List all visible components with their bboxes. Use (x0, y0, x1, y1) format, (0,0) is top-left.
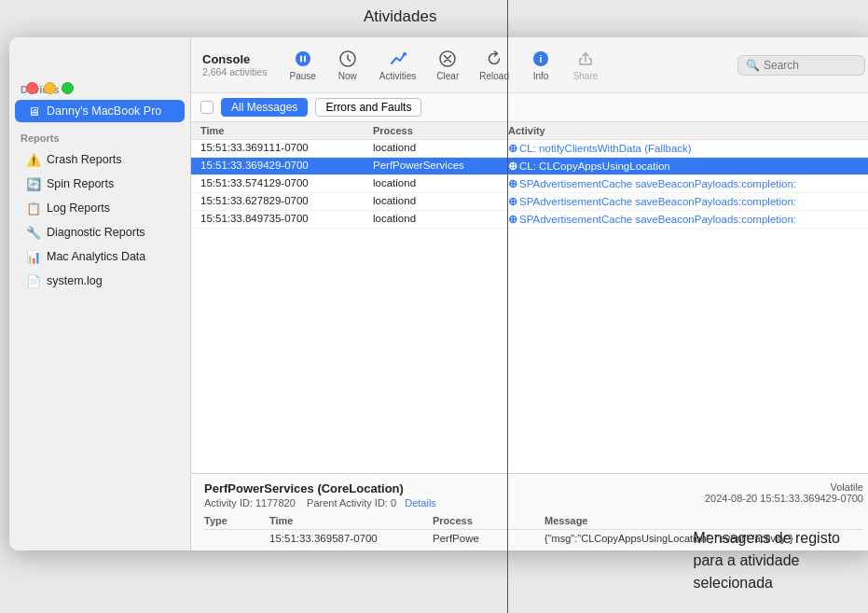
row-time: 15:51:33.574129-0700 (200, 177, 373, 190)
activities-icon (388, 49, 408, 69)
clear-button[interactable]: Clear (427, 45, 468, 85)
info-label: Info (533, 71, 549, 81)
sidebar-item-log-reports[interactable]: 📋 Log Reports (15, 197, 185, 219)
mac-analytics-icon: 📊 (26, 249, 41, 264)
col-process-header: Process (373, 125, 508, 136)
now-button[interactable]: Now (327, 45, 368, 85)
system-log-label: system.log (47, 274, 103, 287)
all-messages-button[interactable]: All Messages (221, 98, 308, 117)
log-reports-icon: 📋 (26, 201, 41, 216)
detail-header: PerfPowerServices (CoreLocation) Activit… (204, 481, 863, 509)
detail-left: PerfPowerServices (CoreLocation) Activit… (204, 481, 436, 509)
sub-col-message: Message (544, 515, 863, 526)
share-button[interactable]: Share (565, 45, 606, 85)
table-row[interactable]: 15:51:33.574129-0700 locationd ⊕SPAdvert… (191, 175, 868, 193)
reports-section-label: Reports (9, 123, 190, 147)
col-activity-header: Activity (508, 125, 867, 136)
svg-point-0 (296, 51, 310, 66)
pause-icon (293, 49, 313, 69)
pause-label: Pause (289, 71, 315, 81)
svg-text:i: i (539, 53, 542, 64)
sidebar-item-device[interactable]: 🖥 Danny's MacBook Pro (15, 100, 185, 122)
reload-button[interactable]: Reload (472, 45, 517, 85)
crash-reports-label: Crash Reports (47, 153, 122, 166)
maximize-button[interactable] (62, 82, 74, 94)
traffic-lights (26, 82, 74, 94)
reload-icon (484, 49, 504, 69)
info-icon: i (530, 49, 551, 69)
search-icon: 🔍 (746, 59, 760, 72)
sidebar-item-diagnostic-reports[interactable]: 🔧 Diagnostic Reports (15, 221, 185, 244)
row-process: PerfPowerServices (373, 160, 508, 173)
sidebar-item-spin-reports[interactable]: 🔄 Spin Reports (15, 173, 185, 195)
diagnostic-reports-label: Diagnostic Reports (47, 226, 145, 239)
row-activity: ⊕SPAdvertisementCache saveBeaconPayloads… (508, 195, 867, 208)
detail-right: Volatile 2024-08-20 15:51:33.369429-0700 (705, 481, 863, 504)
activities-button[interactable]: Activities (372, 45, 423, 85)
pause-button[interactable]: Pause (282, 45, 323, 85)
spin-reports-label: Spin Reports (47, 177, 114, 190)
detail-meta: Activity ID: 1177820 Parent Activity ID:… (204, 497, 436, 509)
clear-icon (437, 49, 458, 69)
errors-faults-button[interactable]: Errors and Faults (315, 98, 421, 117)
annotation-bottom: Mensagens de registo para a atividade se… (694, 527, 840, 594)
sub-col-process: Process (433, 515, 544, 526)
minimize-button[interactable] (44, 82, 56, 94)
table-header: Time Process Activity (191, 122, 868, 140)
row-activity: ⊕SPAdvertisementCache saveBeaconPayloads… (508, 213, 867, 226)
main-content: Console 2,664 activities Pause (191, 37, 868, 550)
console-window: Devices 🖥 Danny's MacBook Pro Reports ⚠️… (9, 37, 868, 550)
svg-rect-2 (304, 56, 306, 63)
sidebar-item-mac-analytics[interactable]: 📊 Mac Analytics Data (15, 245, 185, 268)
annotation-top-label: Atividades (364, 7, 436, 26)
detail-title: PerfPowerServices (CoreLocation) (204, 481, 436, 495)
sidebar-item-crash-reports[interactable]: ⚠️ Crash Reports (15, 148, 185, 171)
row-time: 15:51:33.849735-0700 (200, 213, 373, 226)
console-title-area: Console 2,664 activities (202, 52, 267, 77)
close-button[interactable] (26, 82, 38, 94)
svg-rect-1 (300, 56, 302, 63)
sub-row-type (204, 533, 269, 544)
console-title: Console (202, 52, 267, 66)
share-icon (575, 49, 596, 69)
device-name-label: Danny's MacBook Pro (47, 104, 161, 118)
col-time-header: Time (200, 125, 373, 136)
sidebar-item-system-log[interactable]: 📄 system.log (15, 270, 185, 292)
sidebar: Devices 🖥 Danny's MacBook Pro Reports ⚠️… (9, 37, 191, 550)
activity-id: Activity ID: 1177820 (204, 497, 296, 509)
table-row[interactable]: 15:51:33.849735-0700 locationd ⊕SPAdvert… (191, 211, 868, 229)
row-activity: ⊕CL: notifyClientsWithData (Fallback) (508, 142, 867, 155)
row-process: locationd (373, 177, 508, 190)
share-label: Share (573, 71, 599, 81)
row-activity: ⊕SPAdvertisementCache saveBeaconPayloads… (508, 177, 867, 190)
parent-id: Parent Activity ID: 0 (307, 497, 396, 509)
sub-row-time: 15:51:33.369587-0700 (269, 533, 433, 544)
log-table-area[interactable]: Time Process Activity 15:51:33.369111-07… (191, 122, 868, 473)
now-icon (338, 49, 358, 69)
volatile-label: Volatile (705, 481, 863, 493)
table-row[interactable]: 15:51:33.369111-0700 locationd ⊕CL: noti… (191, 140, 868, 158)
details-link[interactable]: Details (405, 497, 436, 509)
log-reports-label: Log Reports (47, 202, 110, 215)
spin-reports-icon: 🔄 (26, 176, 41, 191)
now-label: Now (338, 71, 357, 81)
row-time: 15:51:33.369111-0700 (200, 142, 373, 155)
activities-label: Activities (379, 71, 416, 81)
row-process: locationd (373, 195, 508, 208)
console-subtitle: 2,664 activities (202, 66, 267, 77)
sub-row-process: PerfPowe (433, 533, 544, 544)
search-input[interactable] (764, 59, 857, 72)
clear-label: Clear (436, 71, 459, 81)
info-button[interactable]: i Info (520, 45, 561, 85)
row-activity: ⊕CL: CLCopyAppsUsingLocation (508, 160, 867, 173)
filter-checkbox[interactable] (200, 101, 214, 114)
svg-point-4 (403, 52, 406, 56)
sub-col-time: Time (269, 515, 433, 526)
detail-date: 2024-08-20 15:51:33.369429-0700 (705, 493, 863, 504)
row-process: locationd (373, 213, 508, 226)
table-row[interactable]: 15:51:33.369429-0700 PerfPowerServices ⊕… (191, 158, 868, 175)
row-time: 15:51:33.369429-0700 (200, 160, 373, 173)
table-row[interactable]: 15:51:33.627829-0700 locationd ⊕SPAdvert… (191, 193, 868, 211)
row-process: locationd (373, 142, 508, 155)
sub-col-type: Type (204, 515, 269, 526)
